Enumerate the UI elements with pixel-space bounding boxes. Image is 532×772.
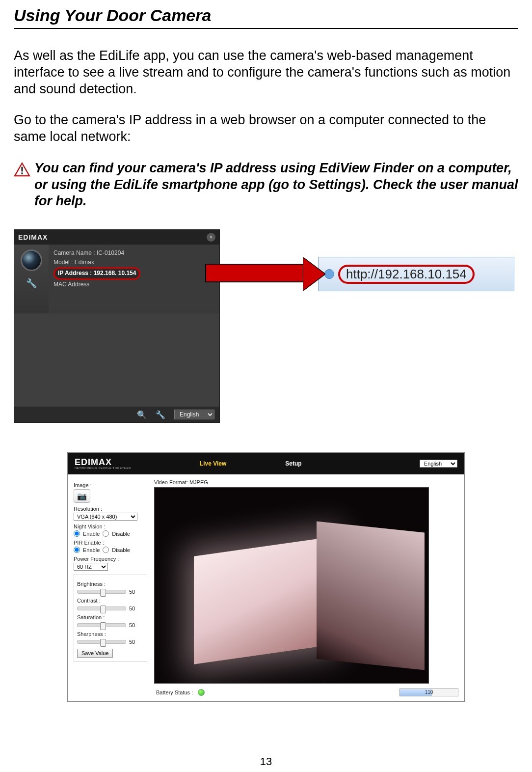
camera-lens-icon [21, 249, 42, 271]
snapshot-button[interactable]: 📷 [74, 489, 90, 503]
finder-logo: EDIMAX [18, 233, 48, 241]
pir-disable[interactable] [103, 547, 109, 553]
finder-ip-address: IP Address : 192.168. 10.154 [53, 267, 140, 279]
resolution-select[interactable]: VGA (640 x 480) [74, 513, 137, 521]
brightness-label: Brightness : [77, 581, 144, 587]
power-freq-label: Power Frequency : [74, 556, 147, 562]
settings-icon[interactable]: 🔧 [156, 410, 165, 419]
save-value-button[interactable]: Save Value [77, 649, 113, 658]
resolution-label: Resolution : [74, 506, 147, 512]
night-vision-enable[interactable] [74, 530, 80, 537]
close-icon[interactable]: × [207, 233, 215, 242]
contrast-value: 50 [129, 606, 135, 611]
finder-model: Model : Edimax [53, 258, 214, 267]
saturation-value: 50 [129, 622, 135, 628]
sharpness-value: 50 [129, 639, 135, 645]
warning-text: You can find your camera's IP address us… [34, 160, 518, 210]
live-video-stream [154, 487, 429, 684]
tab-setup[interactable]: Setup [285, 460, 301, 467]
web-management-interface: EDIMAX NETWORKING PEOPLE TOGETHER Live V… [67, 452, 465, 702]
image-label: Image : [74, 482, 147, 488]
intro-paragraph-1: As well as the EdiLife app, you can use … [14, 48, 518, 97]
ediview-finder-window: EDIMAX × 🔧 Camera Name : IC-010204 Model… [14, 229, 220, 423]
sharpness-label: Sharpness : [77, 631, 144, 637]
warning-icon [14, 162, 30, 177]
power-freq-select[interactable]: 60 HZ [74, 563, 108, 571]
finder-mac-address: MAC Address [53, 280, 214, 289]
favicon-icon [324, 269, 334, 279]
arrow-icon [205, 264, 303, 282]
saturation-slider[interactable] [77, 623, 126, 627]
battery-value: 110 [400, 689, 458, 695]
svg-rect-2 [21, 166, 23, 171]
page-title: Using Your Door Camera [14, 6, 518, 29]
night-vision-label: Night Vision : [74, 524, 147, 529]
finder-camera-name: Camera Name : IC-010204 [53, 248, 214, 258]
night-vision-disable[interactable] [103, 530, 109, 537]
search-icon[interactable]: 🔍 [137, 410, 147, 419]
battery-status-label: Battery Status : [156, 689, 193, 695]
browser-address-bar[interactable]: http://192.168.10.154 [318, 257, 514, 291]
contrast-label: Contrast : [77, 598, 144, 604]
finder-language-select[interactable]: English [174, 410, 214, 419]
svg-rect-3 [21, 172, 23, 174]
video-format-label: Video Format: MJPEG [154, 479, 458, 485]
brightness-value: 50 [129, 589, 135, 595]
tab-live-view[interactable]: Live View [200, 460, 226, 467]
battery-led-icon [198, 689, 205, 696]
battery-progress: 110 [399, 689, 458, 696]
pir-enable[interactable] [74, 547, 80, 553]
pir-label: PIR Enable : [74, 540, 147, 546]
saturation-label: Saturation : [77, 614, 144, 620]
page-number: 13 [0, 755, 532, 768]
contrast-slider[interactable] [77, 607, 126, 610]
sharpness-slider[interactable] [77, 640, 126, 644]
finder-device-list [14, 313, 219, 407]
warning-note: You can find your camera's IP address us… [14, 160, 518, 210]
wrench-icon[interactable]: 🔧 [26, 278, 37, 289]
brightness-slider[interactable] [77, 590, 126, 594]
intro-paragraph-2: Go to the camera's IP address in a web b… [14, 112, 518, 145]
edimax-logo: EDIMAX NETWORKING PEOPLE TOGETHER [75, 458, 131, 469]
webui-language-select[interactable]: English [420, 460, 457, 468]
url-text: http://192.168.10.154 [338, 265, 475, 284]
